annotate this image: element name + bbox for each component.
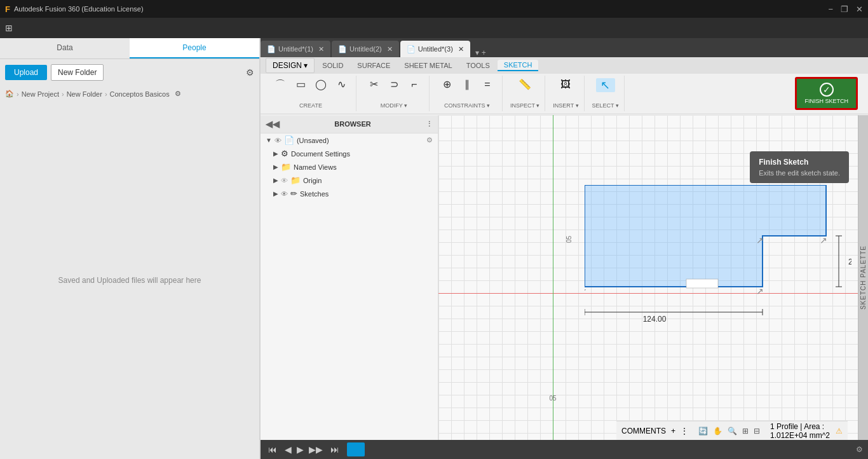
- v-axis-label-bottom: 05: [549, 395, 556, 402]
- tab-untitled-3[interactable]: 📄 Untitled*(3) ✕: [400, 41, 470, 57]
- tree-item-unsaved[interactable]: ▼ 👁 📄 (Unsaved) ⚙: [261, 134, 438, 147]
- tab-add-icon[interactable]: +: [482, 48, 486, 57]
- design-button[interactable]: DESIGN ▾: [266, 58, 315, 73]
- view-orbit-icon[interactable]: 🔄: [698, 427, 708, 435]
- select-button[interactable]: ↖: [596, 78, 615, 92]
- sketch-palette-tab[interactable]: SKETCH PALETTE: [858, 115, 868, 440]
- tabs-bar: 📄 Untitled*(1) ✕ 📄 Untitled(2) ✕ 📄 Untit…: [261, 38, 868, 57]
- close-button[interactable]: ✕: [856, 4, 863, 14]
- breadcrumb-current: Conceptos Basicos: [110, 90, 170, 98]
- eye-icon-origin[interactable]: 👁: [281, 177, 288, 184]
- coincident-button[interactable]: ⊕: [437, 78, 456, 91]
- breadcrumb-folder[interactable]: New Folder: [67, 90, 102, 98]
- tab-icon-2: 📄: [338, 45, 347, 53]
- arc-tool-button[interactable]: ⌒: [271, 78, 290, 91]
- browser-menu-icon[interactable]: ⋮: [426, 120, 433, 128]
- home-icon[interactable]: 🏠: [5, 90, 14, 98]
- maximize-button[interactable]: ❐: [841, 4, 848, 14]
- circle-tool-button[interactable]: ◯: [311, 78, 330, 91]
- tree-item-origin[interactable]: ▶ 👁 📁 Origin: [261, 174, 438, 187]
- data-tab[interactable]: Data: [0, 38, 130, 58]
- timeline-prev-button[interactable]: ◀: [282, 443, 294, 456]
- eye-icon-sketches[interactable]: 👁: [281, 190, 288, 198]
- tree-arrow-named-views[interactable]: ▶: [273, 163, 278, 170]
- titlebar-controls[interactable]: − ❐ ✕: [828, 4, 863, 14]
- timeline-marker[interactable]: [347, 442, 365, 456]
- tab-close-1[interactable]: ✕: [318, 45, 324, 53]
- tab-untitled-2[interactable]: 📄 Untitled(2) ✕: [332, 41, 399, 57]
- settings-icon[interactable]: ⚙: [246, 67, 254, 78]
- view-fit-icon[interactable]: ⊞: [742, 427, 749, 435]
- upload-button[interactable]: Upload: [5, 65, 47, 80]
- doc-icon-unsaved: 📄: [284, 135, 294, 145]
- ribbon-tab-sketch[interactable]: SKETCH: [498, 60, 539, 71]
- tree-item-named-views[interactable]: ▶ 📁 Named Views: [261, 160, 438, 174]
- eye-icon-unsaved[interactable]: 👁: [275, 137, 281, 144]
- grid-icon[interactable]: ⊞: [5, 23, 13, 33]
- tree-item-sketches[interactable]: ▶ 👁 ✏ Sketches: [261, 187, 438, 200]
- sketch-polygon: [585, 185, 826, 287]
- unsaved-settings-icon[interactable]: ⚙: [426, 136, 433, 144]
- app-title: Autodesk Fusion 360 (Education License): [14, 5, 144, 13]
- tab-label-2: Untitled(2): [349, 45, 382, 53]
- titlebar-left: F Autodesk Fusion 360 (Education License…: [5, 4, 144, 14]
- tab-untitled-1[interactable]: 📄 Untitled*(1) ✕: [261, 41, 330, 57]
- insert-image-button[interactable]: 🖼: [556, 78, 575, 91]
- breadcrumb-project[interactable]: New Project: [22, 90, 59, 98]
- tree-label-unsaved: (Unsaved): [297, 137, 329, 144]
- ribbon-tab-solid[interactable]: SOLID: [316, 60, 349, 71]
- timeline-settings-icon[interactable]: ⚙: [856, 445, 863, 454]
- tab-close-2[interactable]: ✕: [387, 45, 393, 53]
- tab-label-3: Untitled*(3): [418, 45, 453, 53]
- dim-text-h: 124.00: [643, 315, 667, 324]
- tree-arrow-sketches[interactable]: ▶: [273, 190, 278, 197]
- minimize-button[interactable]: −: [828, 4, 833, 14]
- parallel-button[interactable]: ∥: [458, 78, 477, 91]
- panel-collapse-icon[interactable]: ⋮: [681, 427, 688, 435]
- timeline-next-button[interactable]: ▶▶: [306, 443, 325, 456]
- sketch-shape: ↙ ↗ ↗ ↗ 124.00 23.00: [585, 185, 851, 346]
- comments-label: COMMENTS: [621, 427, 666, 435]
- measure-button[interactable]: 📏: [515, 78, 534, 91]
- timeline-end-button[interactable]: ⏭: [328, 443, 342, 456]
- add-comment-icon[interactable]: +: [671, 427, 675, 435]
- finish-sketch-button[interactable]: ✓ FINISH SKETCH: [795, 77, 858, 110]
- constraints-buttons: ⊕ ∥ =: [437, 78, 497, 91]
- breadcrumb-sep-1: ›: [17, 90, 19, 98]
- curve-tool-button[interactable]: ∿: [332, 78, 351, 91]
- ribbon-tab-sheet-metal[interactable]: SHEET METAL: [398, 60, 458, 71]
- view-grid-icon[interactable]: ⊟: [754, 427, 760, 435]
- finish-sketch-check-icon: ✓: [820, 83, 834, 97]
- view-pan-icon[interactable]: ✋: [713, 427, 722, 435]
- new-folder-button[interactable]: New Folder: [51, 64, 104, 81]
- browser-toggle-left[interactable]: ◀◀: [266, 119, 280, 129]
- view-zoom-icon[interactable]: 🔍: [728, 427, 737, 435]
- insert-icon: 🖼: [560, 79, 571, 90]
- measure-icon: 📏: [519, 79, 531, 90]
- trim-button[interactable]: ✂: [364, 78, 383, 91]
- tab-dropdown-icon[interactable]: ▾: [475, 48, 479, 57]
- tree-arrow-doc-settings[interactable]: ▶: [273, 150, 278, 157]
- timeline-play-button[interactable]: ▶: [297, 444, 304, 455]
- vertical-axis: [553, 115, 553, 440]
- tree-arrow-unsaved[interactable]: ▼: [266, 137, 272, 144]
- breadcrumb-settings-icon[interactable]: ⚙: [175, 90, 181, 98]
- select-label: SELECT ▾: [592, 102, 619, 109]
- fillet-button[interactable]: ⌐: [405, 78, 424, 91]
- dim-indicator: [686, 279, 718, 288]
- ribbon-tab-surface[interactable]: SURFACE: [351, 60, 397, 71]
- tree-item-document-settings[interactable]: ▶ ⚙ Document Settings: [261, 147, 438, 160]
- equal-button[interactable]: =: [478, 78, 497, 91]
- timeline-rewind-button[interactable]: ⏮: [266, 443, 280, 456]
- offset-button[interactable]: ⊃: [384, 78, 403, 91]
- timeline: ⏮ ◀ ▶ ▶▶ ⏭ ⚙: [261, 440, 868, 459]
- inspect-label: INSPECT ▾: [510, 102, 539, 109]
- ribbon-tab-tools[interactable]: TOOLS: [460, 60, 496, 71]
- tab-close-3[interactable]: ✕: [458, 45, 464, 53]
- rect-tool-button[interactable]: ▭: [291, 78, 310, 91]
- trim-icon: ✂: [370, 79, 378, 90]
- titlebar: F Autodesk Fusion 360 (Education License…: [0, 0, 868, 18]
- people-tab[interactable]: People: [130, 38, 259, 58]
- tree-arrow-origin[interactable]: ▶: [273, 177, 278, 184]
- tree-label-origin: Origin: [303, 177, 322, 184]
